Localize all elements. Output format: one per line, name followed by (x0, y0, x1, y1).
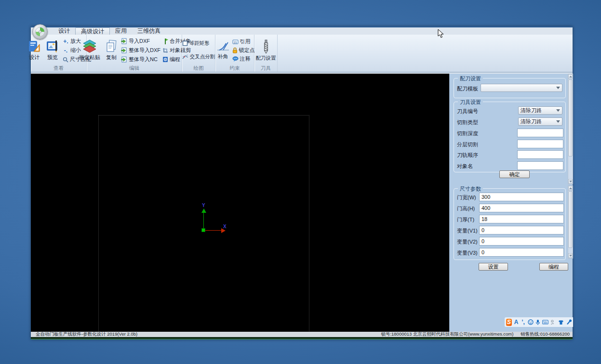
ribbon-tab-bar: 设计 高级设计 应用 三维仿真 (31, 26, 573, 35)
ribbon-group-constraint: 补角 21 引用 锁定点 (215, 35, 254, 72)
ribbon-group-label: 刀具 (254, 65, 277, 72)
tab-advanced-design[interactable]: 高级设计 (75, 27, 110, 35)
lock-icon (232, 47, 238, 53)
app-window: 设计 高级设计 应用 三维仿真 设计 预览 (31, 26, 573, 339)
door-outline-dotted (98, 115, 309, 332)
tool-settings-groupbox: 刀具设置 刀具编号 清除刀路 切割类型 清除刀路 切割深度 分层切割 刀轨顺序 … (454, 102, 566, 172)
cross-split-button[interactable]: 交叉点分割 (182, 53, 215, 60)
svg-text:21: 21 (234, 40, 237, 43)
paste-assign-button[interactable]: 指定粘贴 (78, 39, 102, 62)
fillet-angle-button[interactable]: 补角 (215, 40, 231, 61)
path-order-input[interactable] (517, 150, 563, 159)
chevron-down-icon (556, 87, 560, 89)
skin-icon[interactable] (558, 319, 564, 325)
import-whole-dxf-button[interactable]: 整体导入DXF (121, 47, 160, 54)
app-menu-orb[interactable] (32, 24, 48, 39)
lock-point-button[interactable]: 锁定点 (232, 47, 255, 54)
settings-button[interactable]: 设置 (479, 263, 508, 271)
reference-icon: 21 (232, 39, 239, 44)
handwriting-icon[interactable] (550, 319, 556, 325)
variable-v1-input[interactable] (479, 226, 564, 234)
y-axis-label: Y (202, 203, 205, 208)
toolbox-icon[interactable] (566, 319, 572, 325)
ribbon-group-label: 绘图 (182, 65, 215, 72)
import-file-icon (121, 47, 127, 53)
copy-button[interactable]: 复制 (104, 39, 119, 62)
zoom-in-icon: +. (63, 38, 69, 45)
tool-template-label: 配刀模板 (457, 85, 478, 92)
door-thickness-input[interactable] (479, 215, 564, 223)
ime-toolbar: S A ’, (505, 317, 573, 327)
ribbon-group-tool: 配刀设置 刀具 (254, 35, 278, 72)
scrollbar-thumb[interactable] (568, 79, 573, 156)
door-height-input[interactable] (479, 204, 564, 212)
properties-panel: 配刀设置 配刀模板 刀具设置 刀具编号 清除刀路 切割类型 清除刀路 切割深度 … (449, 74, 573, 332)
arc-angle-icon (216, 40, 230, 52)
scroll-up-button[interactable] (568, 186, 573, 191)
layers-icon (82, 39, 97, 53)
drawing-canvas[interactable]: Y X (31, 74, 449, 332)
object-name-label: 对象名 (457, 163, 473, 170)
cut-type-select[interactable]: 清除刀路 (518, 117, 562, 126)
tool-config-groupbox: 配刀设置 配刀模板 (454, 78, 566, 98)
preview-button[interactable]: 预览 (44, 39, 61, 62)
ribbon-group-label: 约束 (215, 65, 254, 72)
tool-template-select[interactable] (481, 84, 562, 92)
scroll-down-button[interactable] (568, 179, 573, 184)
variable-v2-label: 变量(V2) (457, 238, 478, 246)
drill-bit-icon (263, 39, 269, 54)
tab-design[interactable]: 设计 (53, 27, 75, 35)
tool-number-label: 刀具编号 (457, 108, 478, 115)
annotation-button[interactable]: 注释 (232, 55, 255, 63)
ribbon-group-draw: 等距矩形 交叉点分割 绘图 (182, 35, 215, 72)
rectangle-icon (182, 40, 188, 46)
design-button[interactable]: 设计 (26, 39, 42, 62)
y-axis-line (203, 212, 204, 230)
scroll-up-button[interactable] (568, 74, 573, 79)
tool-config-button[interactable]: 配刀设置 (254, 39, 278, 62)
layer-cut-label: 分层切割 (457, 141, 478, 148)
variable-v2-input[interactable] (479, 237, 564, 246)
x-axis-label: X (223, 224, 227, 229)
import-dxf-button[interactable]: 导入DXF (121, 38, 160, 45)
design-icon (27, 39, 41, 53)
zoom-out-icon: -. (63, 47, 69, 54)
tool-number-select[interactable]: 清除刀路 (518, 106, 562, 115)
scroll-down-button[interactable] (568, 253, 573, 258)
tab-application[interactable]: 应用 (110, 27, 132, 35)
reference-button[interactable]: 21 引用 (232, 38, 255, 45)
magnifier-icon (63, 57, 68, 63)
scrollbar-thumb[interactable] (568, 191, 573, 248)
cut-depth-label: 切割深度 (457, 130, 478, 137)
iso-rect-button[interactable]: 等距矩形 (182, 40, 215, 47)
door-thickness-label: 门厚(T) (457, 216, 474, 223)
tool-section-scrollbar[interactable] (568, 74, 573, 184)
punctuation-icon[interactable]: ’, (521, 319, 525, 325)
groupbox-title: 刀具设置 (458, 99, 483, 106)
emoji-icon[interactable] (528, 319, 534, 325)
object-name-input[interactable] (517, 161, 563, 170)
crop-icon (162, 48, 168, 53)
keyboard-icon[interactable] (542, 319, 548, 325)
english-mode-icon[interactable]: A (514, 319, 519, 325)
layer-cut-input[interactable] (517, 140, 563, 148)
groupbox-title: 尺寸参数 (458, 185, 483, 193)
voice-input-icon[interactable] (535, 319, 540, 325)
variable-v3-input[interactable] (479, 248, 564, 257)
door-width-input[interactable] (479, 193, 564, 201)
status-bar: 全自动门板生产线软件-参数化设计 2019(Ver 2.0b) 锁号:18000… (31, 332, 573, 337)
comment-bubble-icon (232, 56, 239, 62)
size-section-scrollbar[interactable] (568, 185, 573, 259)
program-button[interactable]: 编程 (539, 263, 568, 271)
import-whole-nc-button[interactable]: 整体导入NC (121, 56, 160, 63)
status-license: 锁号:18000013 北京云熙时代科技有限公司(www.yunxitimes.… (381, 331, 513, 337)
size-params-groupbox: 尺寸参数 门宽(W) 门高(H) 门厚(T) 变量(V1) 变量(V2) 变量(… (454, 188, 566, 260)
sogou-logo[interactable]: S (506, 319, 512, 326)
tab-3d-simulation[interactable]: 三维仿真 (132, 27, 166, 35)
origin-marker (201, 228, 205, 232)
copy-icon (105, 39, 118, 53)
program-icon (162, 56, 168, 63)
cross-lines-icon (182, 54, 188, 60)
cut-depth-input[interactable] (517, 129, 563, 137)
confirm-button[interactable]: 确定 (499, 170, 530, 178)
